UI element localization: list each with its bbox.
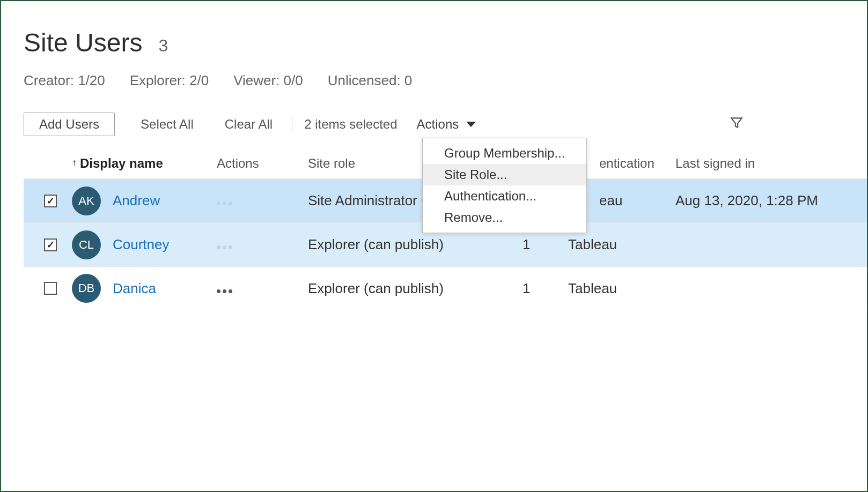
actions-menu: Group Membership... Site Role... Authent…: [422, 138, 587, 233]
menu-authentication[interactable]: Authentication...: [423, 185, 586, 207]
column-display-name-label: Display name: [80, 156, 163, 171]
avatar: AK: [72, 187, 101, 215]
row-checkbox[interactable]: [44, 238, 57, 251]
menu-group-membership[interactable]: Group Membership...: [423, 143, 586, 164]
cell-last-signed-in: Aug 13, 2020, 1:28 PM: [675, 192, 868, 209]
menu-remove[interactable]: Remove...: [423, 207, 586, 228]
add-users-button[interactable]: Add Users: [24, 113, 115, 136]
user-link[interactable]: Danica: [113, 280, 156, 297]
cell-groups: 1: [523, 236, 568, 253]
column-display-name[interactable]: ↑ Display name: [72, 156, 217, 171]
avatar: CL: [72, 230, 101, 259]
page-title: Site Users: [24, 28, 142, 57]
clear-all-button[interactable]: Clear All: [225, 117, 273, 132]
cell-groups: 1: [523, 280, 568, 297]
table-row[interactable]: DB Danica Explorer (can publish) 1 Table…: [24, 266, 867, 310]
toolbar-divider: [292, 116, 292, 132]
user-link[interactable]: Andrew: [113, 192, 160, 209]
actions-label: Actions: [417, 117, 459, 132]
filter-icon: [730, 118, 744, 132]
column-last-signed-in[interactable]: Last signed in: [675, 156, 868, 171]
user-link[interactable]: Courtney: [113, 236, 170, 253]
license-creator: Creator: 1/20: [24, 72, 105, 89]
row-actions-button[interactable]: [217, 202, 232, 205]
cell-authentication: Tableau: [568, 236, 675, 253]
sort-ascending-icon: ↑: [72, 157, 77, 168]
row-checkbox[interactable]: [44, 195, 57, 207]
avatar: DB: [72, 274, 101, 303]
caret-down-icon: [466, 122, 476, 127]
row-actions-button[interactable]: [217, 245, 232, 249]
menu-site-role[interactable]: Site Role...: [423, 164, 586, 185]
license-unlicensed: Unlicensed: 0: [328, 72, 413, 89]
user-count: 3: [158, 36, 168, 56]
actions-dropdown[interactable]: Actions: [417, 117, 476, 132]
license-viewer: Viewer: 0/0: [233, 72, 303, 89]
selected-count-label: 2 items selected: [304, 117, 397, 132]
filter-button[interactable]: [730, 116, 744, 133]
cell-site-role: Explorer (can publish): [308, 280, 523, 297]
cell-site-role: Explorer (can publish): [308, 236, 523, 253]
column-actions[interactable]: Actions: [217, 156, 308, 171]
select-all-button[interactable]: Select All: [141, 117, 194, 132]
cell-authentication: Tableau: [568, 280, 675, 297]
license-summary: Creator: 1/20 Explorer: 2/0 Viewer: 0/0 …: [24, 72, 867, 89]
row-actions-button[interactable]: [217, 289, 232, 293]
row-checkbox[interactable]: [44, 282, 57, 295]
license-explorer: Explorer: 2/0: [130, 72, 209, 89]
